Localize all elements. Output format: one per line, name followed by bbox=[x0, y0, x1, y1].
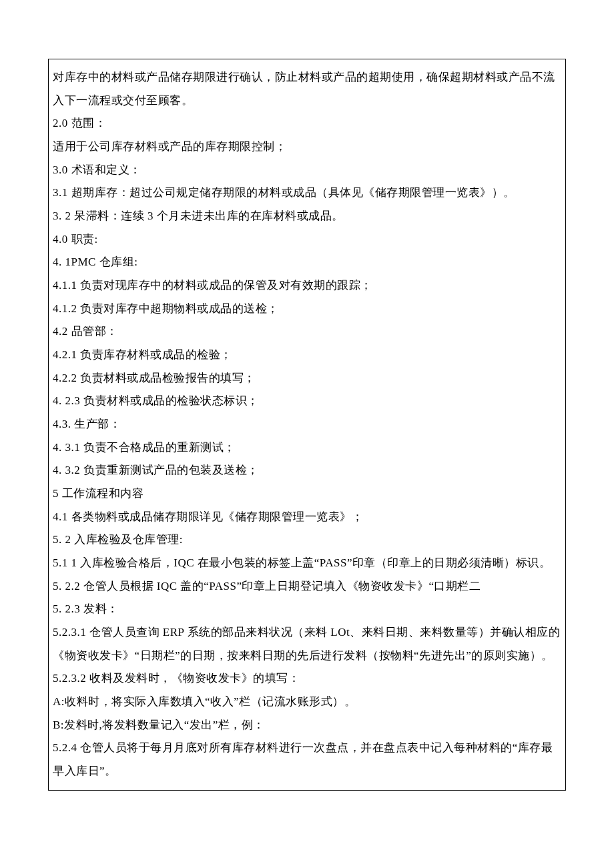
paragraph: 4. 3.2 负责重新测试产品的包装及送检； bbox=[53, 459, 561, 482]
paragraph: 5.1 1 入库检验合格后，IQC 在最小包装的标签上盖“PASS”印章（印章上… bbox=[53, 552, 561, 575]
paragraph: 4.0 职责: bbox=[53, 228, 561, 252]
paragraph: 5. 2.3 发料： bbox=[53, 598, 561, 621]
paragraph: 适用于公司库存材料或产品的库存期限控制； bbox=[53, 135, 561, 159]
paragraph: 5.2.3.2 收料及发料时，《物资收发卡》的填写： bbox=[53, 667, 561, 691]
paragraph: 4.3. 生产部： bbox=[53, 413, 561, 436]
paragraph: 4.1 各类物料或成品储存期限详见《储存期限管理一览表》； bbox=[53, 506, 561, 529]
paragraph: 5. 2.2 仓管人员根据 IQC 盖的“PASS”印章上日期登记填入《物资收发… bbox=[53, 575, 561, 598]
paragraph: 5. 2 入库检验及仓库管理: bbox=[53, 528, 561, 552]
paragraph: 4.2.2 负责材料或成品检验报告的填写； bbox=[53, 367, 561, 390]
paragraph: 3.0 术语和定义： bbox=[53, 159, 561, 182]
paragraph: 4. 2.3 负责材料或成品的检验状态标识； bbox=[53, 390, 561, 413]
paragraph: 4.1.1 负责对现库存中的材料或成品的保管及对有效期的跟踪； bbox=[53, 274, 561, 298]
paragraph: 5 工作流程和内容 bbox=[53, 482, 561, 506]
content-box: 对库存中的材料或产品储存期限进行确认，防止材料或产品的超期使用，确保超期材料或产… bbox=[48, 59, 566, 791]
paragraph: 4.2 品管部： bbox=[53, 320, 561, 344]
paragraph: 4. 1PMC 仓库组: bbox=[53, 251, 561, 274]
paragraph: A:收料时，将实际入库数填入“收入”栏（记流水账形式）。 bbox=[53, 691, 561, 714]
document-page: 对库存中的材料或产品储存期限进行确认，防止材料或产品的超期使用，确保超期材料或产… bbox=[0, 0, 614, 831]
paragraph: 对库存中的材料或产品储存期限进行确认，防止材料或产品的超期使用，确保超期材料或产… bbox=[53, 66, 561, 112]
paragraph: 3. 2 呆滞料：连续 3 个月未进未出库的在库材料或成品。 bbox=[53, 205, 561, 228]
paragraph: 4.2.1 负责库存材料或成品的检验； bbox=[53, 344, 561, 367]
paragraph: 5.2.4 仓管人员将于每月月底对所有库存材料进行一次盘点，并在盘点表中记入每种… bbox=[53, 737, 561, 783]
paragraph: B:发料时,将发料数量记入“发出”栏，例： bbox=[53, 714, 561, 737]
paragraph: 4.1.2 负责对库存中超期物料或成品的送检； bbox=[53, 298, 561, 321]
paragraph: 4. 3.1 负责不合格成品的重新测试； bbox=[53, 436, 561, 460]
paragraph: 5.2.3.1 仓管人员查询 ERP 系统的部品来料状况（来料 LOt、来料日期… bbox=[53, 621, 561, 667]
paragraph: 2.0 范围： bbox=[53, 112, 561, 135]
paragraph: 3.1 超期库存：超过公司规定储存期限的材料或成品（具体见《储存期限管理一览表》… bbox=[53, 181, 561, 205]
